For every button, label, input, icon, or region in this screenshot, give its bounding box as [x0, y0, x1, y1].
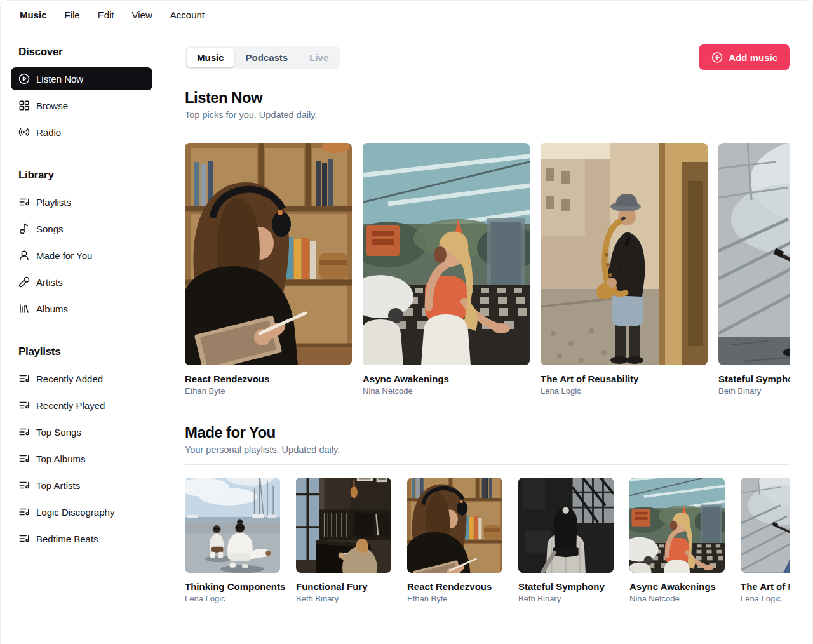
mic-vocal-icon	[18, 276, 30, 288]
sidebar-item-made-for-you[interactable]: Made for You	[11, 244, 152, 267]
album-art	[718, 143, 790, 365]
sidebar-item-label: Albums	[36, 304, 68, 314]
sidebar-item-songs[interactable]: Songs	[11, 217, 152, 240]
album-card-async-awakenings[interactable]: Async Awakenings Nina Netcode	[629, 478, 725, 603]
sidebar-section: Playlists Recently Added Recently Played	[11, 345, 152, 550]
main-header: MusicPodcastsLive Add music	[185, 44, 790, 70]
sidebar-item-top-albums[interactable]: Top Albums	[11, 447, 152, 470]
album-art	[185, 478, 280, 573]
album-art	[296, 478, 391, 573]
sidebar-item-logic-discography[interactable]: Logic Discography	[11, 500, 152, 523]
tab-music[interactable]: Music	[187, 48, 234, 67]
album-title: React Rendezvous	[407, 581, 502, 592]
list-music-icon	[18, 196, 30, 208]
radio-icon	[18, 126, 30, 138]
sidebar-item-label: Top Songs	[36, 427, 81, 438]
album-artist: Ethan Byte	[407, 594, 502, 603]
made-for-you-scroll-area[interactable]: Thinking Components Lena Logic Functiona…	[185, 478, 790, 603]
album-card-thinking-components[interactable]: Thinking Components Lena Logic	[185, 478, 280, 603]
library-icon	[18, 303, 30, 314]
album-art	[629, 478, 725, 573]
listen-now-subtitle: Top picks for you. Updated daily.	[185, 110, 790, 120]
sidebar-item-bedtime-beats[interactable]: Bedtime Beats	[11, 527, 152, 550]
sidebar-item-label: Radio	[36, 127, 61, 138]
sidebar-section-title: Discover	[18, 46, 152, 58]
sidebar-item-recently-played[interactable]: Recently Played	[11, 394, 152, 417]
add-music-label: Add music	[729, 52, 777, 63]
sidebar-item-radio[interactable]: Radio	[11, 121, 152, 144]
made-for-you-subtitle: Your personal playlists. Updated daily.	[185, 445, 790, 455]
menu-item-music[interactable]: Music	[11, 6, 56, 24]
tab-podcasts[interactable]: Podcasts	[236, 48, 299, 67]
album-artist: Lena Logic	[185, 594, 280, 603]
sidebar-item-albums[interactable]: Albums	[11, 297, 152, 320]
listen-now-section: Listen Now Top picks for you. Updated da…	[185, 89, 790, 396]
album-artist: Beth Binary	[718, 386, 790, 396]
sidebar-item-label: Songs	[36, 224, 64, 234]
list-music-icon	[18, 399, 30, 411]
layout-grid-icon	[18, 100, 30, 111]
sidebar-item-label: Recently Added	[36, 373, 103, 384]
sidebar-item-listen-now[interactable]: Listen Now	[11, 67, 152, 90]
album-title: Stateful Symphony	[518, 581, 614, 592]
list-music-icon	[18, 373, 30, 384]
album-artist: Nina Netcode	[363, 386, 530, 396]
album-card-functional-fury[interactable]: Functional Fury Beth Binary	[296, 478, 391, 603]
list-music-icon	[18, 506, 30, 518]
add-music-button[interactable]: Add music	[699, 44, 790, 70]
content-type-tabs: MusicPodcastsLive	[185, 46, 340, 69]
menubar: MusicFileEditViewAccount	[1, 1, 812, 29]
album-artist: Nina Netcode	[629, 594, 725, 603]
list-music-icon	[18, 426, 30, 438]
menu-item-edit[interactable]: Edit	[89, 6, 123, 24]
sidebar-item-label: Top Albums	[36, 453, 86, 464]
sidebar-item-recently-added[interactable]: Recently Added	[11, 367, 152, 390]
sidebar-item-label: Bedtime Beats	[36, 533, 98, 544]
album-art	[407, 478, 502, 573]
sidebar-item-browse[interactable]: Browse	[11, 94, 152, 117]
album-card-the-art-of-reusability[interactable]: The Art of Reusability Lena Logic	[541, 143, 708, 396]
sidebar-item-label: Logic Discography	[36, 507, 114, 518]
sidebar-item-label: Listen Now	[36, 74, 83, 84]
album-card-the-art-of-reusability[interactable]: The Art of Reusability Lena Logic	[741, 478, 790, 603]
sidebar-item-group: Listen Now Browse Radio	[11, 67, 152, 144]
listen-now-scroll-area[interactable]: React Rendezvous Ethan Byte Async Awaken…	[185, 143, 790, 396]
sidebar-item-artists[interactable]: Artists	[11, 271, 152, 293]
album-card-stateful-symphony[interactable]: Stateful Symphony Beth Binary	[518, 478, 614, 603]
separator	[185, 130, 790, 130]
list-music-icon	[18, 453, 30, 464]
album-art	[741, 478, 790, 573]
list-music-icon	[18, 533, 30, 544]
main-content: MusicPodcastsLive Add music Listen Now T…	[163, 29, 812, 644]
album-card-stateful-symphony[interactable]: Stateful Symphony Beth Binary	[718, 143, 790, 396]
sidebar-section-title: Playlists	[18, 345, 152, 358]
sidebar-section: Discover Listen Now Browse Radio	[11, 46, 152, 144]
sidebar-item-top-artists[interactable]: Top Artists	[11, 474, 152, 497]
plus-circle-icon	[711, 51, 723, 64]
album-title: Thinking Components	[185, 581, 280, 592]
music-app-window: MusicFileEditViewAccount Discover Listen…	[0, 0, 813, 644]
sidebar-section: Library Playlists Songs Made for You	[11, 169, 152, 320]
album-art	[363, 143, 530, 365]
listen-now-title: Listen Now	[185, 89, 790, 107]
album-artist: Beth Binary	[296, 594, 391, 603]
tab-live[interactable]: Live	[299, 48, 339, 67]
album-title: Stateful Symphony	[718, 373, 790, 384]
sidebar-item-playlists[interactable]: Playlists	[11, 191, 152, 213]
user-round-icon	[18, 250, 30, 261]
sidebar-section-title: Library	[18, 169, 152, 182]
album-title: Functional Fury	[296, 581, 391, 592]
sidebar: Discover Listen Now Browse Radio	[1, 29, 163, 644]
menu-item-file[interactable]: File	[56, 6, 89, 24]
menu-item-view[interactable]: View	[123, 6, 161, 24]
album-card-async-awakenings[interactable]: Async Awakenings Nina Netcode	[363, 143, 530, 396]
album-title: Async Awakenings	[629, 581, 725, 592]
album-card-react-rendezvous[interactable]: React Rendezvous Ethan Byte	[407, 478, 502, 603]
album-art	[541, 143, 708, 365]
album-card-react-rendezvous[interactable]: React Rendezvous Ethan Byte	[185, 143, 352, 396]
album-art	[518, 478, 614, 573]
album-artist: Beth Binary	[518, 594, 614, 603]
album-art	[185, 143, 352, 365]
sidebar-item-top-songs[interactable]: Top Songs	[11, 420, 152, 443]
menu-item-account[interactable]: Account	[161, 6, 213, 24]
